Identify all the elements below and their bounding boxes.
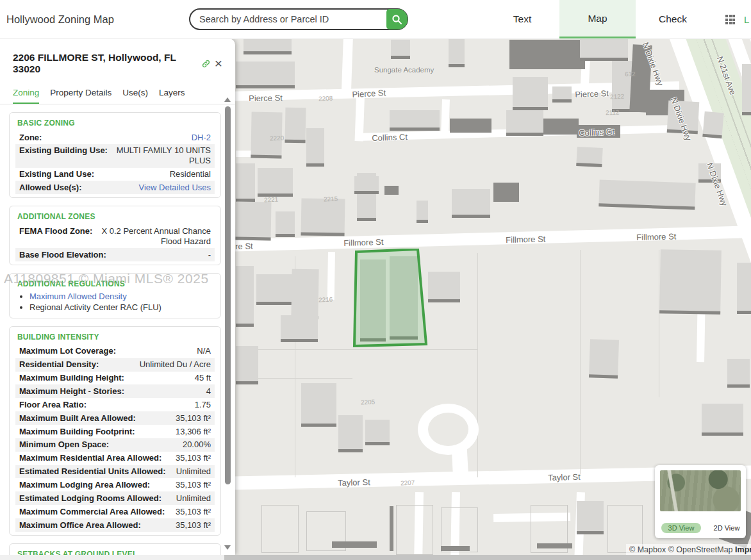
scrollbar-thumb[interactable]: [225, 106, 231, 484]
search-input[interactable]: [190, 14, 386, 24]
row-label: Estimated Lodging Rooms Allowed:: [19, 493, 161, 504]
building: [291, 269, 318, 320]
row-value: X 0.2 Percent Annual Chance Flood Hazard: [97, 226, 211, 247]
search-icon: [392, 14, 402, 25]
building: [441, 546, 470, 551]
regulation-link[interactable]: Maximum Allowed Density: [29, 292, 127, 301]
building: [702, 111, 723, 138]
parcel-number-label: 2215: [324, 195, 338, 203]
street-label: Pierce St: [352, 88, 386, 99]
lot-line: [477, 253, 478, 477]
selected-parcel[interactable]: [351, 249, 432, 351]
section-title: BUILDING INTENSITY: [17, 333, 215, 342]
parcel-number-label: 2220: [270, 135, 285, 142]
table-row: Allowed Use(s):View Detailed Uses: [15, 181, 215, 194]
tab-property-details[interactable]: Property Details: [50, 88, 111, 104]
improve-map-link[interactable]: Improve t: [735, 545, 751, 554]
section-title: ADDITIONAL ZONES: [17, 212, 215, 221]
building: [384, 186, 399, 195]
apps-grid-icon[interactable]: [725, 15, 735, 24]
parcel-number-label: 2207: [400, 479, 415, 487]
building: [261, 505, 299, 553]
tab-layers[interactable]: Layers: [159, 88, 185, 104]
tab-uses[interactable]: Use(s): [122, 88, 148, 104]
table-row: Existing Land Use:Residential: [15, 168, 215, 181]
section-basic-zoning: BASIC ZONINGZone:DH-2Existing Building U…: [9, 112, 221, 198]
row-value: 20.00%: [183, 440, 211, 450]
tab-map[interactable]: Map: [559, 0, 636, 38]
property-panel: 2206 FILLMORE ST, Hollywood, FL 33020 × …: [0, 38, 235, 555]
scroll-down-arrow[interactable]: [224, 545, 231, 550]
map-attribution: © Mapbox © OpenStreetMap Improve t: [626, 544, 751, 556]
building: [580, 38, 628, 61]
view-switcher-card: 3D View 2D View: [655, 465, 746, 538]
row-value: Unlimited Du / Acre: [140, 359, 211, 370]
table-row: Floor Area Ratio:1.75: [15, 398, 215, 411]
regulation-item: Regional Activity Center RAC (FLU): [29, 302, 161, 312]
row-value: 4: [206, 386, 211, 397]
row-label: Base Flood Elevation:: [19, 250, 106, 260]
building: [338, 415, 363, 452]
top-bar: Hollywood Zoning Map Text Map Check L: [0, 0, 751, 39]
row-label: Maximum Commercial Area Allowed:: [19, 507, 165, 517]
row-label: Allowed Use(s):: [19, 183, 82, 193]
close-panel-button[interactable]: ×: [211, 59, 226, 68]
table-row: FEMA Flood Zone:X 0.2 Percent Annual Cha…: [15, 224, 215, 248]
building: [449, 38, 465, 67]
table-row: Maximum Lodging Area Allowed:35,103 ft²: [15, 478, 215, 491]
building: [365, 420, 390, 445]
row-label: Maximum Building Footprint:: [19, 427, 135, 437]
building: [659, 249, 722, 315]
share-link-icon[interactable]: [201, 59, 211, 69]
building: [301, 383, 336, 427]
tab-text[interactable]: Text: [502, 0, 543, 38]
panel-tabs: Zoning Property Details Use(s) Layers: [0, 75, 235, 104]
building: [506, 110, 543, 136]
parcel-number-label: 2122: [610, 93, 625, 101]
tab-zoning[interactable]: Zoning: [13, 88, 39, 104]
page: Pierce StPierce StPierce StCollins CtCol…: [0, 0, 751, 560]
building: [276, 211, 295, 237]
building: [390, 110, 440, 131]
view-2d-button[interactable]: 2D View: [714, 524, 740, 532]
table-row: Existing Building Use:MULTI FAMILY 10 UN…: [15, 144, 215, 168]
table-row: Base Flood Elevation:-: [15, 248, 215, 261]
table-row: Maximum Building Footprint:13,306 ft²: [15, 425, 215, 438]
building: [452, 189, 490, 218]
building: [281, 315, 318, 342]
scroll-up-arrow[interactable]: [224, 97, 231, 102]
lot-line: [659, 250, 659, 397]
row-label: Maximum Residential Area Allowed:: [19, 453, 161, 463]
table-row: Maximum Height - Stories:4: [15, 384, 215, 398]
building: [301, 198, 345, 236]
building: [428, 272, 460, 302]
attribution-text: © Mapbox © OpenStreetMap: [629, 545, 733, 554]
row-value-link[interactable]: DH-2: [192, 133, 211, 143]
section-title: SETBACKS AT GROUND LEVEL: [17, 550, 215, 555]
building: [509, 40, 585, 69]
street-label: Pierce St: [249, 93, 283, 103]
row-label: Maximum Building Height:: [19, 373, 124, 383]
row-value: Residential: [170, 169, 211, 179]
table-row: Zone:DH-2: [15, 131, 215, 144]
section-title: ADDITIONAL REGULATIONS: [17, 279, 215, 288]
building: [354, 176, 379, 194]
building: [543, 119, 579, 135]
tab-check[interactable]: Check: [652, 0, 693, 38]
view-3d-button[interactable]: 3D View: [661, 523, 702, 533]
horizontal-scrollbar-thumb[interactable]: [224, 555, 751, 560]
poi-label: Sungate Academy: [374, 66, 434, 74]
row-label: Floor Area Ratio:: [19, 400, 87, 410]
building: [742, 64, 751, 115]
building: [598, 179, 695, 210]
building: [450, 119, 491, 133]
apps-link[interactable]: L: [744, 0, 749, 38]
street: [342, 38, 353, 96]
row-label: Maximum Lot Coverage:: [19, 346, 116, 356]
search-button[interactable]: [386, 9, 408, 29]
street-label: Fillmore St: [506, 234, 545, 245]
parcel-number-label: 612: [625, 70, 636, 78]
row-label: Residential Density:: [19, 359, 99, 370]
row-value-link[interactable]: View Detailed Uses: [139, 183, 211, 193]
building: [702, 404, 743, 436]
